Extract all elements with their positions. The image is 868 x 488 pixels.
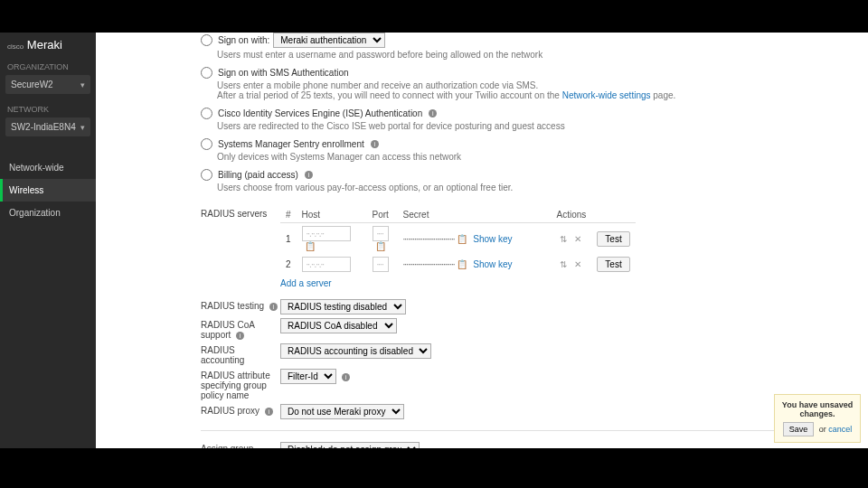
delete-icon[interactable]: ✕ bbox=[571, 259, 584, 269]
info-icon: i bbox=[429, 109, 437, 117]
copy-icon[interactable]: 📋 bbox=[302, 241, 318, 251]
sidebar-item-organization[interactable]: Organization bbox=[0, 202, 96, 224]
table-row: 1 ··.··.··.·· 📋 ···· 📋 ·················… bbox=[280, 223, 636, 255]
move-icon[interactable]: ⇅ bbox=[557, 234, 570, 244]
signon-method-select[interactable]: Meraki authentication bbox=[273, 33, 385, 48]
delete-icon[interactable]: ✕ bbox=[571, 234, 584, 244]
save-button[interactable]: Save bbox=[783, 422, 815, 436]
unsaved-changes-banner: You have unsaved changes. Save or cancel bbox=[774, 394, 861, 443]
copy-icon[interactable]: 📋 bbox=[454, 259, 470, 269]
radius-servers-label: RADIUS servers bbox=[201, 207, 280, 219]
add-server-link[interactable]: Add a server bbox=[280, 278, 332, 288]
info-icon: i bbox=[305, 171, 313, 179]
assign-group-policies-select[interactable]: Disabled: do not assign group policies a… bbox=[280, 442, 420, 448]
host-input[interactable]: ··.··.··.·· bbox=[302, 257, 351, 272]
chevron-down-icon: ▾ bbox=[80, 123, 85, 132]
copy-icon[interactable]: 📋 bbox=[454, 234, 470, 244]
info-icon: i bbox=[269, 303, 278, 311]
network-dropdown[interactable]: SW2-IndiaE8N4 ▾ bbox=[5, 117, 90, 136]
test-button[interactable]: Test bbox=[597, 231, 629, 247]
show-key-link[interactable]: Show key bbox=[473, 259, 512, 269]
main-content: Sign on with: Meraki authentication User… bbox=[96, 33, 868, 448]
sidebar-item-wireless[interactable]: Wireless bbox=[0, 179, 96, 202]
info-icon: i bbox=[265, 408, 273, 416]
radius-servers-table: # Host Port Secret Actions 1 ··.··.··.··… bbox=[280, 207, 636, 275]
info-icon: i bbox=[342, 373, 350, 381]
show-key-link[interactable]: Show key bbox=[473, 234, 512, 244]
radio-signon-with[interactable] bbox=[201, 34, 212, 46]
radius-accounting-select[interactable]: RADIUS accounting is disabled bbox=[280, 343, 431, 359]
radius-proxy-select[interactable]: Do not use Meraki proxy bbox=[280, 404, 404, 419]
info-icon: i bbox=[371, 140, 379, 148]
sidebar-item-network-wide[interactable]: Network-wide bbox=[0, 156, 96, 179]
radius-attribute-select[interactable]: Filter-Id bbox=[280, 369, 336, 384]
copy-icon[interactable]: 📋 bbox=[373, 241, 389, 251]
radio-sm-sentry[interactable] bbox=[201, 138, 212, 150]
sidebar: cisco Meraki ORGANIZATION SecureW2 ▾ NET… bbox=[0, 33, 96, 448]
network-label: NETWORK bbox=[0, 99, 96, 116]
radio-billing[interactable] bbox=[201, 169, 212, 181]
host-input[interactable]: ··.··.··.·· bbox=[302, 226, 351, 241]
network-wide-settings-link[interactable]: Network-wide settings bbox=[562, 90, 651, 100]
radio-sms-auth[interactable] bbox=[201, 67, 212, 79]
radius-testing-select[interactable]: RADIUS testing disabled bbox=[280, 299, 406, 314]
org-dropdown[interactable]: SecureW2 ▾ bbox=[5, 75, 90, 94]
org-label: ORGANIZATION bbox=[0, 57, 96, 73]
port-input[interactable]: ···· bbox=[373, 226, 389, 241]
brand: cisco Meraki bbox=[0, 33, 96, 57]
radio-ise-auth[interactable] bbox=[201, 108, 212, 119]
table-row: 2 ··.··.··.·· ···· ·····················… bbox=[280, 254, 636, 275]
radius-coa-select[interactable]: RADIUS CoA disabled bbox=[280, 318, 397, 333]
test-button[interactable]: Test bbox=[597, 257, 629, 272]
move-icon[interactable]: ⇅ bbox=[557, 259, 570, 269]
cancel-link[interactable]: cancel bbox=[828, 425, 852, 434]
info-icon: i bbox=[236, 332, 244, 340]
chevron-down-icon: ▾ bbox=[80, 80, 85, 89]
port-input[interactable]: ···· bbox=[373, 257, 389, 272]
